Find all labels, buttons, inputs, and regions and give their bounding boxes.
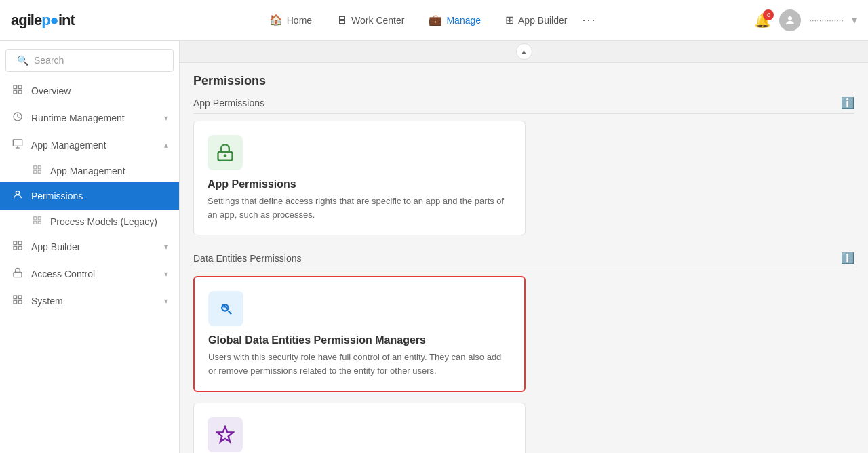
sidebar-item-system[interactable]: System ▾ <box>0 288 179 315</box>
svg-rect-6 <box>13 140 22 146</box>
permissions-icon <box>11 189 24 203</box>
sidebar-item-permissions[interactable]: Permissions <box>0 182 179 210</box>
sidebar-item-overview[interactable]: Overview <box>0 77 179 104</box>
global-data-entities-icon-wrap <box>208 291 243 326</box>
nav-more-button[interactable]: ··· <box>582 13 596 27</box>
sidebar-item-process-models[interactable]: Process Models (Legacy) <box>0 210 179 233</box>
app-permissions-info-icon[interactable]: ℹ️ <box>841 96 854 109</box>
nav-manage-label: Manage <box>446 15 481 26</box>
sidebar-item-app-builder[interactable]: App Builder ▾ <box>0 233 179 260</box>
app-management-sub-icon <box>31 165 43 176</box>
entity-designers-icon-wrap <box>208 417 243 452</box>
svg-rect-20 <box>18 246 22 250</box>
top-collapse-button[interactable]: ▲ <box>516 43 532 60</box>
card-global-data-entities[interactable]: Global Data Entities Permission Managers… <box>193 276 526 392</box>
appbuilder-icon: ⊞ <box>505 14 514 26</box>
nav-workcenter[interactable]: 🖥 Work Center <box>327 9 414 32</box>
app-permissions-card-icon-wrap <box>208 135 243 170</box>
svg-rect-23 <box>14 296 17 299</box>
sidebar-item-app-management[interactable]: App Management ▴ <box>0 132 179 159</box>
runtime-icon <box>11 111 24 125</box>
sidebar-item-overview-label: Overview <box>31 85 168 96</box>
svg-rect-15 <box>38 217 41 220</box>
sidebar-item-process-models-label: Process Models (Legacy) <box>50 216 157 227</box>
sidebar-item-permissions-label: Permissions <box>31 191 168 201</box>
nav-appbuilder-label: App Builder <box>518 15 567 26</box>
data-entities-label: Data Entities Permissions <box>193 253 302 264</box>
nav-manage[interactable]: 💼 Manage <box>419 8 490 32</box>
page-title: Permissions <box>193 74 854 88</box>
card-app-permissions[interactable]: App Permissions Settings that define acc… <box>193 121 526 235</box>
app-permissions-card-desc: Settings that define access rights that … <box>208 195 511 221</box>
notification-bell[interactable]: 🔔 0 <box>754 12 771 28</box>
svg-rect-21 <box>14 246 17 250</box>
nav-home-label: Home <box>287 15 312 26</box>
sidebar-item-runtime-label: Runtime Management <box>31 113 157 123</box>
svg-point-0 <box>788 16 792 20</box>
app-management-icon <box>11 138 24 152</box>
search-icon: 🔍 <box>17 55 28 66</box>
svg-rect-3 <box>18 90 22 94</box>
svg-rect-18 <box>14 241 17 245</box>
svg-rect-11 <box>38 170 41 173</box>
svg-rect-9 <box>34 166 37 169</box>
app-permissions-label: App Permissions <box>193 98 264 109</box>
svg-point-13 <box>16 191 19 195</box>
global-data-entities-card-title: Global Data Entities Permission Managers <box>208 334 511 347</box>
app-permissions-card-title: App Permissions <box>208 178 511 191</box>
system-icon <box>11 294 24 308</box>
app-builder-expand-arrow: ▾ <box>164 242 168 252</box>
svg-point-28 <box>224 155 226 157</box>
svg-rect-4 <box>14 90 17 94</box>
manage-icon: 💼 <box>429 14 442 26</box>
home-icon: 🏠 <box>269 14 283 26</box>
search-placeholder: Search <box>34 55 64 66</box>
sidebar-item-system-label: System <box>31 296 157 307</box>
app-management-collapse-arrow: ▴ <box>164 140 168 150</box>
svg-rect-19 <box>18 241 22 245</box>
user-avatar[interactable] <box>779 9 801 31</box>
sidebar-sub-item-app-management[interactable]: App Management <box>0 159 179 182</box>
top-navigation: agilep●int 🏠 Home 🖥 Work Center 💼 Manage… <box>0 0 868 41</box>
sidebar-item-runtime-management[interactable]: Runtime Management ▾ <box>0 104 179 132</box>
svg-rect-16 <box>38 221 41 224</box>
card-entity-designers[interactable]: Entity Designers Users with this securit… <box>193 403 526 453</box>
svg-marker-30 <box>217 427 233 441</box>
sidebar-sub-item-app-management-label: App Management <box>50 165 125 176</box>
svg-rect-26 <box>14 300 17 304</box>
logo: agilep●int <box>11 12 75 29</box>
top-collapse-bar[interactable]: ▲ <box>180 41 868 63</box>
svg-rect-25 <box>18 300 22 304</box>
nav-appbuilder[interactable]: ⊞ App Builder <box>496 8 576 32</box>
global-data-entities-card-desc: Users with this security role have full … <box>208 351 511 377</box>
nav-right: 🔔 0 ·············· ▾ <box>754 9 857 31</box>
nav-items: 🏠 Home 🖥 Work Center 💼 Manage ⊞ App Buil… <box>102 8 755 32</box>
nav-home[interactable]: 🏠 Home <box>260 8 321 32</box>
search-input[interactable]: 🔍 Search <box>5 49 174 72</box>
username-label: ·············· <box>809 15 844 25</box>
collapse-icon: ▲ <box>520 47 528 56</box>
data-entities-info-icon[interactable]: ℹ️ <box>841 252 854 264</box>
process-models-icon <box>31 216 43 227</box>
main-content: ▲ Permissions App Permissions ℹ️ <box>180 41 868 453</box>
svg-rect-1 <box>14 85 17 89</box>
runtime-expand-arrow: ▾ <box>164 113 168 123</box>
svg-rect-12 <box>34 170 37 173</box>
data-entities-cards: Global Data Entities Permission Managers… <box>193 276 854 453</box>
sidebar-item-access-control[interactable]: Access Control ▾ <box>0 260 179 288</box>
svg-rect-2 <box>18 85 22 89</box>
sidebar-item-app-builder-label: App Builder <box>31 241 157 252</box>
app-builder-icon <box>11 240 24 254</box>
access-control-expand-arrow: ▾ <box>164 269 168 279</box>
overview-icon <box>11 84 24 98</box>
svg-rect-14 <box>34 217 37 220</box>
svg-rect-17 <box>34 221 37 224</box>
svg-rect-24 <box>18 296 22 299</box>
sidebar: 🔍 Search Overview Runtime Management ▾ A… <box>0 41 180 453</box>
sidebar-item-access-control-label: Access Control <box>31 269 157 279</box>
app-body: 🔍 Search Overview Runtime Management ▾ A… <box>0 41 868 453</box>
svg-rect-22 <box>14 272 22 277</box>
content-area: Permissions App Permissions ℹ️ App <box>180 63 868 453</box>
sidebar-item-app-management-label: App Management <box>31 140 157 151</box>
user-dropdown-arrow[interactable]: ▾ <box>852 14 857 26</box>
